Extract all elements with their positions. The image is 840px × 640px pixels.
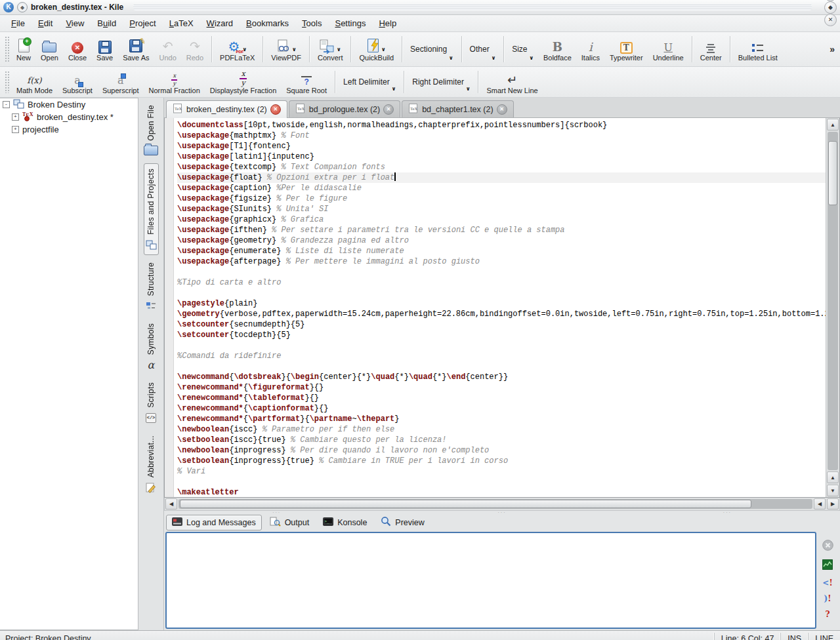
scroll-left-button[interactable]: ◀ bbox=[165, 498, 177, 510]
code-line[interactable]: \newboolean{iscc} % Parametro per if the… bbox=[177, 424, 826, 435]
center-button[interactable]: Center bbox=[696, 33, 726, 65]
tree-item[interactable]: +projectfile bbox=[0, 123, 138, 136]
code-line[interactable]: \renewcommand*{\partformat}{\partname~\t… bbox=[177, 414, 826, 424]
pdflatex-button[interactable]: ⚙PDF∨PDFLaTeX bbox=[215, 33, 259, 65]
code-line[interactable]: \pagestyle{plain} bbox=[177, 298, 826, 309]
maximize-button[interactable]: ◆ bbox=[824, 1, 837, 14]
save-button[interactable]: Save bbox=[92, 33, 117, 65]
new-button[interactable]: +New bbox=[12, 33, 35, 65]
code-line[interactable]: \documentclass[10pt,twoside,english,norm… bbox=[177, 120, 826, 130]
code-line[interactable]: %Tipo di carta e altro bbox=[177, 277, 826, 288]
normal-fraction-button[interactable]: xyNormal Fraction bbox=[144, 68, 205, 96]
menu-help[interactable]: Help bbox=[373, 16, 402, 30]
code-line[interactable] bbox=[177, 477, 826, 487]
menu-edit[interactable]: Edit bbox=[32, 16, 58, 30]
sidebar-tab-symbols[interactable]: Symbolsα bbox=[144, 318, 158, 375]
italics-button[interactable]: iItalics bbox=[577, 33, 604, 65]
open-button[interactable]: Open bbox=[36, 33, 63, 65]
code-line[interactable]: \setboolean{iscc}{true} % Cambiare quest… bbox=[177, 435, 826, 445]
menu-bookmarks[interactable]: Bookmarks bbox=[240, 16, 295, 30]
code-line[interactable]: \newboolean{inprogress} % Per dire quand… bbox=[177, 445, 826, 456]
other-button[interactable]: Other∨ bbox=[465, 33, 501, 65]
smart-new-line-button[interactable]: ↵Smart New Line bbox=[482, 68, 542, 96]
quickbuild-button[interactable]: ∨QuickBuild bbox=[354, 33, 398, 65]
code-line[interactable]: \usepackage{geometry} % Grandezza pagina… bbox=[177, 235, 826, 246]
sidebar-tab-abbreviat[interactable]: Abbreviat... bbox=[144, 430, 158, 498]
log-message-panel[interactable] bbox=[165, 532, 816, 629]
code-line[interactable]: \usepackage{enumerate} % Liste di liste … bbox=[177, 246, 826, 256]
code-line[interactable]: \setcounter{tocdepth}{5} bbox=[177, 330, 826, 340]
math-mode-button[interactable]: f(x)Math Mode bbox=[12, 68, 57, 96]
sidebar-tab-scripts[interactable]: Scripts</> bbox=[144, 377, 159, 428]
code-line[interactable]: \usepackage{afterpage} % Per mettere le … bbox=[177, 256, 826, 267]
editor-tab-bd-prologue-tex-2[interactable]: TeXbd_prologue.tex (2)✕ bbox=[289, 100, 400, 117]
menu-view[interactable]: View bbox=[60, 16, 90, 30]
toolbar-overflow-button[interactable]: » bbox=[827, 44, 837, 54]
code-line[interactable]: \makeatletter bbox=[177, 487, 826, 497]
code-editor[interactable]: \documentclass[10pt,twoside,english,norm… bbox=[174, 118, 826, 497]
code-line[interactable]: \renewcommand*{\captionformat}{} bbox=[177, 403, 826, 414]
code-line[interactable]: \usepackage{graphicx} % Grafica bbox=[177, 214, 826, 225]
menu-latex[interactable]: LaTeX bbox=[163, 16, 200, 30]
tree-expander[interactable]: + bbox=[12, 113, 19, 121]
errors-filter-button[interactable]: <! bbox=[822, 578, 832, 588]
redo-button[interactable]: ↷Redo bbox=[182, 33, 208, 65]
left-delimiter-button[interactable]: Left Delimiter∨ bbox=[339, 68, 400, 96]
code-line[interactable]: \setboolean{inprogress}{true} % Cambiare… bbox=[177, 456, 826, 466]
tab-close-icon[interactable]: ✕ bbox=[383, 104, 394, 115]
toolbar-drag-handle[interactable] bbox=[5, 36, 9, 62]
square-root-button[interactable]: ?Square Root bbox=[282, 68, 331, 96]
code-line[interactable]: \usepackage{mathptmx} % Font bbox=[177, 130, 826, 141]
code-line[interactable]: \renewcommand*{\figureformat}{} bbox=[177, 382, 826, 393]
code-line[interactable]: % Vari bbox=[177, 466, 826, 477]
sidebar-tab-open-file[interactable]: Open File bbox=[142, 100, 160, 161]
save-as-button[interactable]: ✎Save As bbox=[118, 33, 154, 65]
menu-wizard[interactable]: Wizard bbox=[201, 16, 239, 30]
undo-button[interactable]: ↶Undo bbox=[155, 33, 181, 65]
code-line[interactable]: \geometry{verbose,pdftex,paperwidth=15.2… bbox=[177, 309, 826, 319]
stats-button[interactable] bbox=[822, 559, 833, 572]
code-line[interactable]: \renewcommand*{\tableformat}{} bbox=[177, 393, 826, 403]
code-line[interactable]: \usepackage[T1]{fontenc} bbox=[177, 141, 826, 151]
horizontal-scroll-thumb[interactable] bbox=[180, 500, 751, 508]
scroll-up-button[interactable]: ▲ bbox=[827, 119, 839, 130]
code-line[interactable]: \usepackage{textcomp} % Text Companion f… bbox=[177, 162, 826, 172]
sidebar-tab-structure[interactable]: Structure bbox=[144, 257, 158, 316]
tree-item[interactable]: +TEXbroken_destiny.tex * bbox=[0, 111, 138, 123]
code-line[interactable]: \usepackage[latin1]{inputenc} bbox=[177, 151, 826, 162]
close-button[interactable]: ✕Close bbox=[64, 33, 91, 65]
displaystyle-fraction-button[interactable]: xyDisplaystyle Fraction bbox=[205, 68, 281, 96]
menu-project[interactable]: Project bbox=[123, 16, 161, 30]
sidebar-tab-files-and-projects[interactable]: Files and Projects bbox=[144, 163, 159, 255]
code-line[interactable]: %Comandi da ridefinire bbox=[177, 351, 826, 361]
scroll-right-button[interactable]: ▶ bbox=[827, 498, 839, 510]
tree-expander[interactable]: - bbox=[3, 101, 10, 108]
code-line[interactable]: \usepackage{ifthen} % Per settare i para… bbox=[177, 225, 826, 235]
scroll-up2-button[interactable]: ▲ bbox=[827, 471, 839, 483]
code-line[interactable]: \usepackage{SIunits} % Unita' SI bbox=[177, 204, 826, 214]
sectioning-button[interactable]: Sectioning∨ bbox=[406, 33, 458, 65]
warnings-filter-button[interactable]: )! bbox=[824, 594, 831, 603]
badboxes-filter-button[interactable]: ? bbox=[825, 610, 830, 619]
bottom-tab-output[interactable]: Output bbox=[264, 514, 316, 531]
boldface-button[interactable]: BBoldface bbox=[539, 33, 576, 65]
subscript-button[interactable]: aSubscript bbox=[58, 68, 97, 96]
scroll-left2-button[interactable]: ◀ bbox=[814, 498, 826, 510]
code-line[interactable] bbox=[177, 288, 826, 298]
menu-file[interactable]: File bbox=[5, 16, 31, 30]
vertical-scroll-thumb[interactable] bbox=[828, 141, 837, 205]
tree-expander[interactable]: + bbox=[12, 126, 19, 133]
tree-root-item[interactable]: -Broken Destiny bbox=[0, 98, 138, 111]
editor-tab-broken-destiny-tex-2[interactable]: TeXbroken_destiny.tex (2)✕ bbox=[166, 100, 287, 118]
convert-button[interactable]: ∨Convert bbox=[313, 33, 348, 65]
all-desktops-pin-icon[interactable]: ◆ bbox=[17, 2, 28, 12]
kile-app-icon[interactable]: K bbox=[3, 2, 14, 12]
code-line[interactable]: \usepackage{caption} %Per le didascalie bbox=[177, 183, 826, 193]
scroll-down-button[interactable]: ▼ bbox=[827, 485, 839, 496]
menu-tools[interactable]: Tools bbox=[296, 16, 327, 30]
toolbar-drag-handle[interactable] bbox=[5, 71, 9, 93]
viewpdf-button[interactable]: ∨ViewPDF bbox=[266, 33, 306, 65]
size-button[interactable]: Size∨ bbox=[507, 33, 538, 65]
code-line[interactable]: \setcounter{secnumdepth}{5} bbox=[177, 319, 826, 330]
stop-button[interactable] bbox=[822, 540, 833, 553]
